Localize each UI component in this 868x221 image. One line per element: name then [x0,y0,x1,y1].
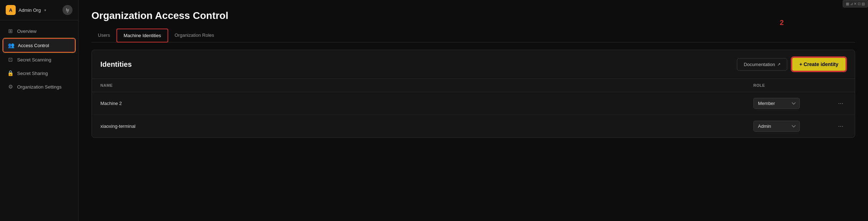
role-select-xiaoxing[interactable]: Member Admin [753,121,825,132]
sidebar-item-secret-scanning[interactable]: ⊡ Secret Scanning [3,53,75,66]
org-name: Admin Org [19,7,41,13]
org-settings-icon: ⚙ [7,84,14,90]
sidebar-item-access-control-label: Access Control [18,43,49,48]
access-control-icon: 👥 [8,42,14,49]
tab-org-roles[interactable]: Organization Roles [168,29,221,42]
panel-actions: 3 Documentation ↗ + Create identity [737,57,846,71]
panel-title: Identities [100,60,132,69]
role-dropdown-xiaoxing[interactable]: Member Admin [753,121,800,132]
sidebar-header: A Admin Org ▾ ly [0,0,78,20]
top-right-widget: ▦ ⊿ ✕ ⊡ ▧ [843,0,868,7]
sidebar-item-secret-sharing[interactable]: 🔒 Secret Sharing [3,67,75,80]
tab-users[interactable]: Users [91,29,116,42]
org-selector[interactable]: A Admin Org ▾ [6,5,46,15]
row-actions-machine2: ··· [825,98,846,109]
sidebar-item-overview-label: Overview [17,29,36,34]
tab-machine-identities[interactable]: Machine Identities [116,29,168,42]
tabs-container: Users Machine Identities Organization Ro… [91,29,855,42]
create-identity-button[interactable]: + Create identity [792,57,846,71]
user-avatar[interactable]: ly [63,5,73,15]
annotation-3: 3 [742,50,746,51]
sidebar-item-org-settings[interactable]: ⚙ Organization Settings [3,80,75,93]
col-header-name: NAME [100,83,753,87]
table-row: Machine 2 Member Admin ··· [92,92,855,115]
identities-panel: Identities 3 Documentation ↗ + Create id… [91,50,855,138]
row-actions-xiaoxing: ··· [825,121,846,131]
secret-scanning-icon: ⊡ [7,56,14,63]
sidebar-item-secret-sharing-label: Secret Sharing [17,71,48,76]
role-dropdown-machine2[interactable]: Member Admin [753,98,800,109]
sidebar-item-org-settings-label: Organization Settings [17,84,61,90]
sidebar-item-access-control[interactable]: 1 👥 Access Control [3,38,75,52]
sidebar-item-overview[interactable]: ⊞ Overview [3,25,75,37]
more-options-button-xiaoxing[interactable]: ··· [835,121,846,131]
sidebar-nav: ⊞ Overview 1 👥 Access Control ⊡ Secret S… [0,20,78,97]
overview-icon: ⊞ [7,28,14,34]
sidebar-item-secret-scanning-label: Secret Scanning [17,57,51,62]
external-link-icon: ↗ [777,62,780,67]
role-select-machine2[interactable]: Member Admin [753,98,825,109]
col-header-role: ROLE [753,83,825,87]
page-title: Organization Access Control [91,10,855,21]
documentation-button[interactable]: Documentation ↗ [737,58,787,71]
sidebar: A Admin Org ▾ ly ⊞ Overview 1 👥 Access C… [0,0,79,221]
org-avatar: A [6,5,16,15]
main-content: ▦ ⊿ ✕ ⊡ ▧ Organization Access Control Us… [79,0,868,221]
identity-name-xiaoxing: xiaoxing-terminal [100,124,753,129]
identity-name-machine2: Machine 2 [100,101,753,106]
secret-sharing-icon: 🔒 [7,70,14,76]
panel-header: Identities 3 Documentation ↗ + Create id… [92,50,855,79]
annotation-2: 2 [780,19,784,27]
table-row: xiaoxing-terminal Member Admin ··· [92,115,855,137]
table-header: NAME ROLE [92,79,855,92]
more-options-button-machine2[interactable]: ··· [835,98,846,109]
chevron-down-icon: ▾ [44,8,46,12]
